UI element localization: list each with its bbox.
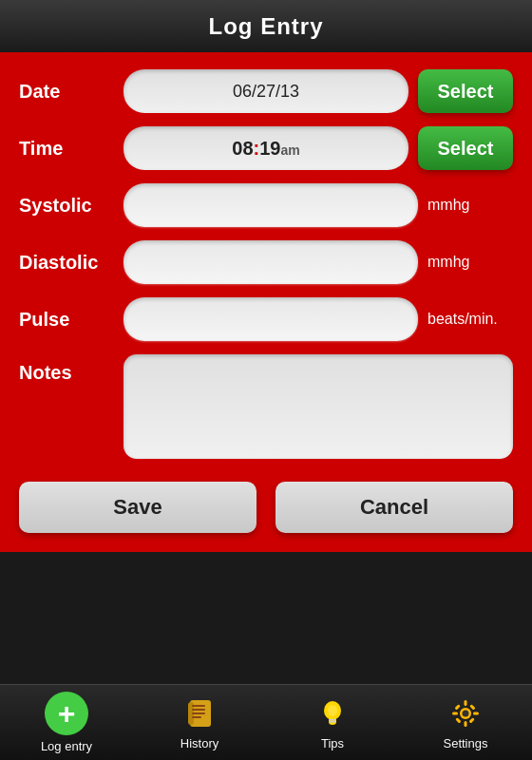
cancel-button[interactable]: Cancel (276, 482, 513, 533)
pulse-input[interactable] (124, 297, 418, 341)
lightbulb-icon (314, 694, 352, 732)
diastolic-unit: mmhg (428, 254, 513, 271)
svg-rect-18 (455, 717, 461, 723)
page-title: Log Entry (209, 13, 324, 40)
pulse-label: Pulse (19, 309, 124, 331)
nav-settings[interactable]: Settings (428, 694, 504, 750)
notes-input[interactable] (124, 354, 513, 459)
svg-rect-15 (473, 712, 479, 715)
svg-rect-17 (468, 717, 474, 723)
time-display: 08:19am (124, 126, 408, 170)
nav-log-entry-label: Log entry (41, 739, 92, 753)
gear-icon (446, 694, 484, 732)
diastolic-row: Diastolic mmhg (19, 240, 513, 284)
nav-log-entry[interactable]: + Log entry (28, 692, 104, 753)
notes-row: Notes (19, 354, 513, 459)
svg-point-9 (328, 705, 337, 716)
svg-rect-5 (192, 716, 201, 718)
bottom-nav: + Log entry History (0, 684, 532, 760)
time-row: Time 08:19am Select (19, 126, 513, 170)
save-button[interactable]: Save (19, 482, 256, 533)
time-label: Time (19, 138, 124, 160)
nav-tips-label: Tips (321, 736, 344, 750)
diastolic-input[interactable] (124, 240, 418, 284)
nav-history-label: History (180, 736, 218, 750)
date-row: Date 06/27/13 Select (19, 69, 513, 113)
time-select-button[interactable]: Select (418, 126, 513, 170)
pulse-unit: beats/min. (428, 311, 513, 328)
svg-rect-4 (192, 712, 205, 714)
date-display: 06/27/13 (124, 69, 408, 113)
date-select-button[interactable]: Select (418, 69, 513, 113)
svg-rect-19 (469, 704, 475, 710)
nav-settings-label: Settings (444, 736, 488, 750)
main-form: Date 06/27/13 Select Time 08:19am Select… (0, 52, 532, 552)
app-header: Log Entry (0, 0, 532, 52)
systolic-label: Systolic (19, 195, 124, 217)
notes-label: Notes (19, 354, 124, 384)
nav-tips[interactable]: Tips (294, 694, 370, 750)
svg-rect-14 (452, 712, 458, 715)
svg-rect-16 (454, 704, 460, 710)
svg-rect-13 (465, 721, 467, 727)
diastolic-label: Diastolic (19, 252, 124, 274)
nav-history[interactable]: History (162, 694, 238, 750)
action-buttons: Save Cancel (19, 482, 513, 533)
date-label: Date (19, 81, 124, 103)
svg-rect-3 (192, 709, 205, 711)
svg-rect-12 (465, 700, 467, 706)
svg-rect-8 (330, 721, 335, 723)
systolic-input[interactable] (124, 183, 418, 227)
systolic-unit: mmhg (428, 197, 513, 214)
systolic-row: Systolic mmhg (19, 183, 513, 227)
history-icon (180, 694, 218, 732)
svg-point-11 (463, 711, 469, 717)
pulse-row: Pulse beats/min. (19, 297, 513, 341)
add-icon: + (45, 692, 88, 735)
time-value: 08:19am (232, 138, 299, 160)
svg-rect-7 (329, 719, 336, 721)
svg-rect-2 (192, 705, 205, 707)
